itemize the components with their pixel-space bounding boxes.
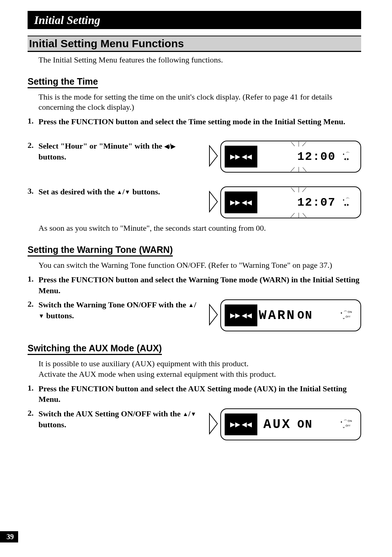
step-text-post: buttons. (38, 420, 66, 429)
heading-time: Setting the Time (28, 76, 98, 88)
step-number: 2. (28, 408, 38, 418)
lcd-value: 12:00 (297, 150, 334, 164)
up-icon: ▲ (117, 189, 122, 195)
lcd-nav-block: ▶▶ ◀◀ (225, 191, 257, 213)
right-icon: ▶ (171, 144, 175, 149)
step-number: 3. (28, 186, 38, 196)
slash: / (194, 300, 196, 309)
svg-marker-3 (209, 413, 217, 434)
page-title: Initial Setting Menu Functions (28, 36, 361, 52)
lcd-illustration-time-1: ＼｜／ ▶▶ ◀◀ 12:00 ▪ ⌒◂ ▸ ／｜＼ (209, 141, 361, 173)
svg-marker-2 (209, 304, 217, 325)
blink-marks-icon: ／｜＼ (290, 212, 308, 218)
step-text-post: buttons. (44, 311, 74, 320)
step-number: 2. (28, 299, 38, 309)
step-number: 1. (28, 116, 38, 126)
step-text-post: buttons. (38, 152, 66, 161)
step-text: Set as desired with the ▲/▼ buttons. (38, 186, 201, 197)
pointer-icon (209, 413, 218, 436)
up-icon: ▲ (183, 411, 188, 417)
lcd-main: WARN (257, 308, 297, 323)
section-warn: Setting the Warning Tone (WARN) You can … (28, 242, 361, 331)
step-number: 2. (28, 141, 38, 150)
time-step-3: 3. Set as desired with the ▲/▼ buttons. … (28, 186, 361, 218)
time-step-2: 2. Select "Hour" or "Minute" with the ◀/… (28, 141, 361, 173)
step-text: Select "Hour" or "Minute" with the ◀/▶ b… (38, 141, 201, 162)
step-text: Press the FUNCTION button and select the… (38, 383, 361, 405)
time-note: As soon as you switch to "Minute", the s… (38, 223, 361, 233)
up-icon: ▲ (188, 302, 194, 308)
aux-step-2: 2. Switch the AUX Setting ON/OFF with th… (28, 408, 361, 440)
down-icon: ▼ (38, 313, 44, 319)
lcd-illustration-time-2: ＼｜／ ▶▶ ◀◀ 12:07 ▪ ⌒◂ ▸ ／｜＼ (209, 186, 361, 218)
lcd-side-icons: ▪ ⌒◂ ▸ (334, 152, 359, 161)
lcd-seek-icon: ▶▶ ◀◀ (230, 198, 252, 206)
intro-time: This is the mode for setting the time on… (38, 92, 361, 113)
lcd-side-icons: ▪ ⌒◂ ▸ (334, 198, 359, 207)
lcd-value: 12:07 (297, 196, 334, 209)
lcd-side-icons: ▪ ⌒ᴼᴺ⌄ᴼᶠᶠ (334, 420, 359, 429)
left-icon: ◀ (164, 144, 169, 149)
step-text-pre: Set as desired with the (38, 187, 117, 196)
intro-aux: It is possible to use auxiliary (AUX) eq… (38, 359, 361, 379)
lcd-illustration-warn: ▶▶ ◀◀ WARN ON ▪ ⌒ᴼᴺ⌄ᴼᶠᶠ (209, 299, 361, 331)
section-header: Initial Setting (28, 11, 361, 29)
lcd-value: ON (297, 309, 334, 322)
step-text: Switch the AUX Setting ON/OFF with the ▲… (38, 408, 201, 430)
lcd-nav-block: ▶▶ ◀◀ (225, 413, 257, 435)
step-number: 1. (28, 274, 38, 284)
lcd-illustration-aux: ▶▶ ◀◀ AUX ON ▪ ⌒ᴼᴺ⌄ᴼᶠᶠ (209, 408, 361, 440)
warn-step-2: 2. Switch the Warning Tone ON/OFF with t… (28, 299, 361, 331)
step-text-pre: Switch the AUX Setting ON/OFF with the (38, 409, 183, 418)
down-icon: ▼ (124, 189, 130, 195)
intro-warn: You can switch the Warning Tone function… (38, 260, 361, 271)
page-intro: The Initial Setting Menu features the fo… (38, 55, 361, 65)
time-step-1: 1. Press the FUNCTION button and select … (28, 116, 361, 127)
lcd-value: ON (297, 418, 334, 431)
step-number: 1. (28, 383, 38, 393)
step-text: Press the FUNCTION button and select the… (38, 116, 361, 127)
lcd-nav-block: ▶▶ ◀◀ (225, 304, 257, 326)
warn-step-1: 1. Press the FUNCTION button and select … (28, 274, 361, 296)
down-icon: ▼ (191, 411, 196, 417)
lcd-seek-icon: ▶▶ ◀◀ (230, 420, 252, 428)
lcd-seek-icon: ▶▶ ◀◀ (230, 311, 252, 319)
pointer-icon (209, 191, 218, 214)
step-text-pre: Switch the Warning Tone ON/OFF with the (38, 300, 188, 309)
step-text: Press the FUNCTION button and select the… (38, 274, 361, 296)
lcd-nav-block: ▶▶ ◀◀ (225, 146, 257, 167)
blink-marks-icon: ／｜＼ (290, 166, 308, 173)
svg-marker-1 (209, 191, 217, 212)
step-text: Switch the Warning Tone ON/OFF with the … (38, 299, 201, 321)
section-time: Setting the Time This is the mode for se… (28, 74, 361, 233)
intro-aux-line1: It is possible to use auxiliary (AUX) eq… (38, 359, 249, 368)
pointer-icon (209, 304, 218, 327)
heading-warn: Setting the Warning Tone (WARN) (28, 245, 173, 257)
aux-step-1: 1. Press the FUNCTION button and select … (28, 383, 361, 405)
section-aux: Switching the AUX Mode (AUX) It is possi… (28, 341, 361, 440)
heading-aux: Switching the AUX Mode (AUX) (28, 343, 162, 355)
lcd-seek-icon: ▶▶ ◀◀ (230, 153, 252, 161)
step-text-pre: Select "Hour" or "Minute" with the (38, 141, 164, 150)
lcd-main: AUX (257, 417, 297, 432)
svg-marker-0 (209, 146, 217, 166)
section-header-text: Initial Setting (34, 13, 100, 27)
step-text-post: buttons. (130, 187, 160, 196)
lcd-side-icons: ▪ ⌒ᴼᴺ⌄ᴼᶠᶠ (334, 311, 359, 320)
intro-aux-line2: Activate the AUX mode when using externa… (38, 370, 276, 379)
pointer-icon (209, 145, 218, 168)
